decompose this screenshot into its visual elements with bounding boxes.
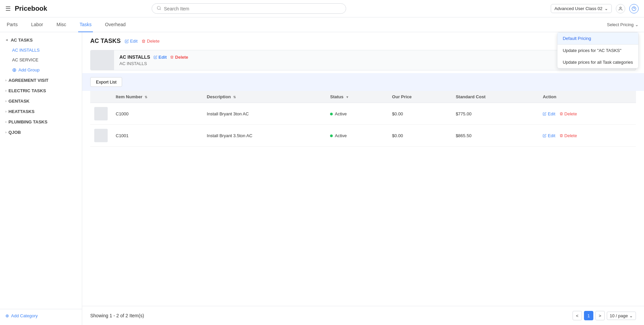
sort-description-icon: ⇅	[233, 95, 236, 99]
row1-status-text: Active	[335, 111, 346, 116]
search-bar	[152, 3, 346, 14]
group-delete-label: Delete	[147, 39, 160, 44]
subgroup-delete-button[interactable]: Delete	[170, 55, 188, 60]
pricing-option-all-tasks[interactable]: Update prices for all Task categories	[557, 56, 638, 68]
sidebar-group-header-ac-tasks[interactable]: ▼ AC TASKS	[0, 35, 82, 45]
search-input[interactable]	[164, 6, 341, 11]
sidebar-group-header-gentask[interactable]: › GENTASK	[0, 96, 82, 106]
sidebar-group-label-qjob: QJOB	[8, 130, 21, 135]
table-row: C1001 Install Bryant 3.5ton AC Active $0…	[90, 125, 636, 147]
tab-overhead[interactable]: Overhead	[104, 17, 127, 32]
export-list-button[interactable]: Export List	[90, 77, 122, 87]
add-category-button[interactable]: ⊕ Add Category	[5, 313, 76, 318]
row2-delete-button[interactable]: Delete	[559, 133, 577, 138]
row2-edit-label: Edit	[548, 133, 555, 138]
select-pricing[interactable]: Select Pricing ⌄	[607, 22, 639, 27]
pricing-option-default[interactable]: Default Pricing	[557, 33, 638, 44]
col-status[interactable]: Status ▼	[326, 91, 388, 103]
sidebar-group-ac-tasks: ▼ AC TASKS AC INSTALLS AC SERVICE ⊕ Add …	[0, 35, 82, 75]
row1-delete-label: Delete	[565, 111, 577, 116]
row2-description: Install Bryant 3.5ton AC	[203, 125, 326, 147]
row1-actions: Edit Delete	[543, 111, 632, 116]
table-header-row: Item Number ⇅ Description ⇅ Status ▼ Our…	[90, 91, 636, 103]
row2-item-number: C1001	[112, 125, 203, 147]
content-area: AC TASKS Edit Delete AC INSTALLS Edit	[82, 32, 644, 325]
group-edit-label: Edit	[130, 39, 138, 44]
col-item-number[interactable]: Item Number ⇅	[112, 91, 203, 103]
help-icon[interactable]	[629, 4, 639, 13]
sidebar-group-label-gentask: GENTASK	[8, 99, 30, 104]
sidebar-group-gentask: › GENTASK	[0, 96, 82, 106]
subgroup-thumbnail	[91, 50, 114, 70]
add-group-button[interactable]: ⊕ Add Group	[0, 65, 82, 75]
sidebar-group-header-electric-tasks[interactable]: › ELECTRIC TASKS	[0, 86, 82, 96]
row2-status-dot	[330, 134, 333, 137]
sidebar-item-ac-service[interactable]: AC SERVICE	[0, 55, 82, 65]
row1-edit-button[interactable]: Edit	[543, 111, 555, 116]
row2-status: Active	[326, 125, 388, 147]
select-pricing-label: Select Pricing	[607, 22, 634, 27]
sidebar-footer: ⊕ Add Category	[0, 309, 82, 322]
row1-standard-cost: $775.00	[452, 103, 539, 125]
hamburger-icon[interactable]: ☰	[5, 5, 11, 12]
add-category-plus-icon: ⊕	[5, 313, 9, 318]
sidebar-group-label-ac-tasks: AC TASKS	[11, 38, 33, 43]
group-delete-button[interactable]: Delete	[142, 39, 160, 44]
row2-edit-button[interactable]: Edit	[543, 133, 555, 138]
chevron-agreement-icon: ›	[5, 78, 6, 82]
page-size-label: 10 / page	[610, 313, 628, 318]
table-footer: Showing 1 - 2 of 2 Item(s) < 1 > 10 / pa…	[82, 306, 644, 325]
sidebar-group-header-agreement-visit[interactable]: › AGREEMENT VISIT	[0, 75, 82, 86]
group-edit-button[interactable]: Edit	[125, 39, 138, 44]
subgroup-delete-label: Delete	[175, 55, 188, 60]
row2-thumbnail	[94, 129, 108, 142]
tab-misc[interactable]: Misc	[55, 17, 68, 32]
add-category-label: Add Category	[11, 313, 38, 318]
row1-thumb-cell	[90, 103, 112, 125]
subgroup-edit-button[interactable]: Edit	[154, 55, 167, 60]
next-page-button[interactable]: >	[595, 311, 605, 320]
pagination: < 1 > 10 / page ⌄	[573, 311, 636, 320]
sidebar-item-ac-installs[interactable]: AC INSTALLS	[0, 45, 82, 55]
chevron-down-icon: ⌄	[604, 6, 608, 11]
pricing-option-ac-tasks[interactable]: Update prices for "AC TASKS"	[557, 44, 638, 56]
pricing-dropdown: Default Pricing Update prices for "AC TA…	[557, 32, 639, 68]
main-layout: ▼ AC TASKS AC INSTALLS AC SERVICE ⊕ Add …	[0, 32, 644, 325]
col-thumb	[90, 91, 112, 103]
sidebar-body: ▼ AC TASKS AC INSTALLS AC SERVICE ⊕ Add …	[0, 35, 82, 309]
table-wrapper: Item Number ⇅ Description ⇅ Status ▼ Our…	[82, 91, 644, 147]
app-logo: Pricebook	[15, 5, 47, 12]
tab-parts[interactable]: Parts	[5, 17, 19, 32]
subgroup-subtitle: AC INSTALLS	[119, 61, 630, 66]
row1-action-cell: Edit Delete	[539, 103, 636, 125]
subgroup-edit-label: Edit	[159, 55, 167, 60]
row1-delete-button[interactable]: Delete	[559, 111, 577, 116]
sidebar-group-label-agreement-visit: AGREEMENT VISIT	[8, 78, 48, 83]
chevron-electric-icon: ›	[5, 89, 6, 93]
row1-description: Install Bryant 3ton AC	[203, 103, 326, 125]
prev-page-button[interactable]: <	[573, 311, 582, 320]
user-icon[interactable]	[616, 4, 625, 13]
sidebar-group-label-heattasks: HEATTASKS	[8, 109, 35, 114]
page-size-selector[interactable]: 10 / page ⌄	[607, 312, 636, 320]
chevron-gentask-icon: ›	[5, 99, 6, 103]
current-page-button[interactable]: 1	[584, 311, 593, 320]
table-row: C1000 Install Bryant 3ton AC Active $0.0…	[90, 103, 636, 125]
row2-standard-cost: $865.50	[452, 125, 539, 147]
prev-icon: <	[576, 313, 579, 318]
sidebar-group-header-heattasks[interactable]: › HEATTASKS	[0, 106, 82, 117]
tab-labor[interactable]: Labor	[30, 17, 45, 32]
plus-icon: ⊕	[12, 67, 16, 73]
col-description[interactable]: Description ⇅	[203, 91, 326, 103]
sidebar-group-header-qjob[interactable]: › QJOB	[0, 127, 82, 138]
tab-tasks[interactable]: Tasks	[78, 17, 93, 32]
chevron-qjob-icon: ›	[5, 130, 6, 134]
row1-thumbnail	[94, 107, 108, 120]
content-group-title: AC TASKS	[90, 38, 121, 45]
sidebar-group-heattasks: › HEATTASKS	[0, 106, 82, 117]
sidebar-group-header-plumbing-tasks[interactable]: › PLUMBING TASKS	[0, 117, 82, 127]
user-class-selector[interactable]: Advanced User Class 02 ⌄	[551, 4, 612, 13]
header-right: Advanced User Class 02 ⌄	[551, 4, 639, 13]
row2-actions: Edit Delete	[543, 133, 632, 138]
row2-our-price: $0.00	[388, 125, 452, 147]
